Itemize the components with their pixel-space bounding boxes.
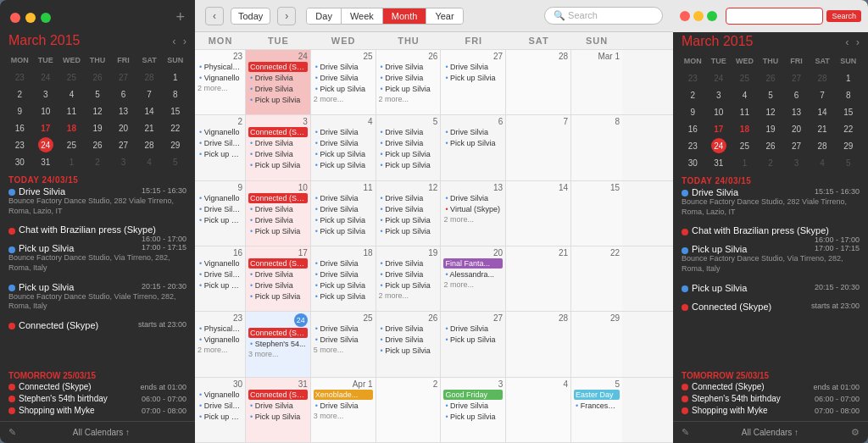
calendar-event[interactable]: Easter Day — [574, 390, 620, 400]
calendar-event[interactable]: Drive Silvia — [379, 127, 438, 137]
calendar-event[interactable]: Drive Silvia — [248, 269, 308, 280]
more-events-link[interactable]: 3 more... — [248, 350, 308, 358]
mini-day[interactable]: 5 — [166, 154, 185, 169]
calendar-event[interactable]: Drive Silvia — [314, 324, 373, 334]
calendar-event[interactable]: Drive Silvia — [314, 335, 373, 345]
calendar-event[interactable]: Pick up Silvia — [443, 335, 503, 345]
calendar-day[interactable]: 15 — [571, 181, 622, 246]
right-mini-day-today[interactable]: 24 — [711, 138, 726, 153]
calendar-day[interactable]: 4 — [506, 378, 571, 442]
calendar-event[interactable]: Pick up Silvia — [248, 226, 308, 236]
calendar-event[interactable]: Drive Silvia — [248, 73, 308, 83]
more-events-link[interactable]: 2 more... — [314, 95, 373, 103]
calendar-day[interactable]: 10 Connected (Skype) Drive Silvia Drive … — [246, 181, 311, 246]
maximize-button[interactable] — [41, 13, 51, 23]
mini-day[interactable]: 25 — [62, 137, 81, 152]
calendar-event[interactable]: Drive Silvia — [379, 62, 438, 72]
calendar-event[interactable]: Pick up Silvia — [379, 84, 438, 94]
next-month-button[interactable]: › — [277, 7, 296, 25]
more-events-link[interactable]: 5 more... — [314, 346, 373, 354]
mini-day[interactable]: 3 — [36, 86, 55, 102]
calendar-event[interactable]: Vignanello — [198, 73, 242, 83]
calendar-event[interactable]: Pick up Silvia — [379, 346, 438, 356]
mini-day[interactable]: 19 — [88, 120, 107, 136]
mini-day[interactable]: 12 — [88, 103, 107, 119]
calendar-event[interactable]: Physical ther... — [198, 324, 242, 334]
mini-day[interactable]: 13 — [114, 103, 133, 119]
calendar-event[interactable]: Pick up Silvia — [198, 280, 242, 291]
year-view-button[interactable]: Year — [426, 8, 462, 24]
mini-day[interactable]: 8 — [166, 86, 185, 102]
minimize-button[interactable] — [25, 13, 36, 23]
calendar-event[interactable]: Connected (Skype) — [248, 258, 308, 269]
calendar-event[interactable]: Connected (Skype) — [248, 62, 308, 72]
calendar-event[interactable]: Pick up Silvia — [198, 412, 242, 422]
calendar-event[interactable]: Drive Silvia — [379, 138, 438, 148]
mini-day[interactable]: 14 — [140, 103, 159, 119]
search-input[interactable]: 🔍 Search — [544, 7, 663, 25]
calendar-event[interactable]: Drive Silvia — [198, 204, 242, 214]
add-calendar-button[interactable]: + — [175, 8, 185, 26]
right-mini-next-btn[interactable]: › — [856, 36, 860, 48]
calendar-event[interactable]: Drive Silvia — [198, 401, 242, 411]
calendar-event[interactable]: Pick up Silvia — [379, 226, 438, 236]
calendar-day[interactable]: 29 — [571, 312, 622, 376]
calendar-day[interactable]: 26 Drive Silvia Drive Silvia Pick up Sil… — [376, 312, 442, 376]
mini-day[interactable]: 26 — [88, 69, 107, 85]
calendar-day[interactable]: 26 Drive Silvia Drive Silvia Pick up Sil… — [376, 50, 442, 114]
calendar-day[interactable]: 6 Drive Silvia Pick up Silvia — [441, 115, 506, 180]
calendar-day[interactable]: 25 Drive Silvia Drive Silvia 5 more... — [311, 312, 376, 376]
calendar-event[interactable]: Drive Silvia — [314, 62, 373, 72]
calendar-event[interactable]: Drive Silvia — [314, 401, 373, 411]
mini-day-today[interactable]: 24 — [38, 137, 53, 152]
right-maximize-button[interactable] — [707, 11, 717, 21]
calendar-day[interactable]: 14 — [506, 181, 571, 246]
mini-day[interactable]: 4 — [62, 86, 81, 102]
calendar-event[interactable]: Drive Silvia — [248, 401, 308, 411]
right-minimize-button[interactable] — [693, 11, 704, 21]
close-button[interactable] — [10, 13, 20, 23]
calendar-event[interactable]: Drive Silvia — [314, 258, 373, 269]
calendar-day[interactable]: Apr 1 Xenoblade... Drive Silvia 3 more..… — [311, 378, 376, 442]
mini-day[interactable]: 16 — [10, 120, 29, 136]
calendar-event[interactable]: Francesca... — [574, 401, 620, 411]
calendar-event[interactable]: Stephen's 54... — [248, 339, 308, 349]
calendar-event[interactable]: Drive Silvia — [379, 193, 438, 203]
calendar-event[interactable]: Drive Silvia — [198, 269, 242, 280]
prev-month-button[interactable]: ‹ — [205, 7, 224, 25]
mini-prev-btn[interactable]: ‹ — [172, 35, 175, 47]
calendar-day[interactable]: 28 — [506, 50, 571, 114]
calendar-event[interactable]: Connected (Skype) — [248, 390, 308, 400]
mini-day[interactable]: 4 — [140, 154, 159, 169]
mini-day[interactable]: 6 — [114, 86, 133, 102]
calendar-event[interactable]: Drive Silvia — [314, 193, 373, 203]
mini-day[interactable]: 9 — [10, 103, 29, 119]
calendar-event[interactable]: Pick up Silvia — [379, 280, 438, 291]
more-events-link[interactable]: 2 more... — [379, 291, 438, 300]
calendar-event[interactable]: Drive Silvia — [314, 73, 373, 83]
calendar-event[interactable]: Drive Silvia — [443, 324, 503, 334]
calendar-day[interactable]: 16 Vignanello Drive Silvia Pick up Silvi… — [195, 246, 246, 311]
calendar-day[interactable]: 2 — [376, 378, 442, 442]
calendar-event[interactable]: Drive Silvia — [379, 258, 438, 269]
calendar-event[interactable]: Pick up Silvia — [379, 160, 438, 170]
calendar-event[interactable]: Final Fanta... — [443, 258, 503, 269]
more-events-link[interactable]: 2 more... — [443, 215, 503, 224]
calendar-day[interactable]: 5 Drive Silvia Drive Silvia Pick up Silv… — [376, 115, 442, 180]
calendar-event[interactable]: Pick up Silvia — [314, 291, 373, 302]
calendar-event[interactable]: Pick up Silvia — [248, 291, 308, 302]
more-events-link[interactable]: 3 more... — [314, 412, 373, 420]
calendar-event[interactable]: Vignanello — [198, 258, 242, 269]
calendar-event[interactable]: Drive Silvia — [379, 73, 438, 83]
mini-day[interactable]: 28 — [140, 137, 159, 152]
calendar-event[interactable]: Drive Silvia — [379, 204, 438, 214]
calendar-event[interactable]: Pick up Silvia — [198, 215, 242, 225]
calendar-day-today[interactable]: 24 Connected (Skype) Stephen's 54... 3 m… — [246, 312, 311, 376]
calendar-event[interactable]: Drive Silvia — [248, 215, 308, 225]
mini-day[interactable]: 28 — [140, 69, 159, 85]
calendar-day[interactable]: 21 — [506, 246, 571, 311]
mini-day[interactable]: 1 — [62, 154, 81, 169]
calendar-day[interactable]: 7 — [506, 115, 571, 180]
calendar-day[interactable]: 12 Drive Silvia Drive Silvia Pick up Sil… — [376, 181, 442, 246]
calendar-event[interactable]: Pick up Silvia — [248, 160, 308, 170]
